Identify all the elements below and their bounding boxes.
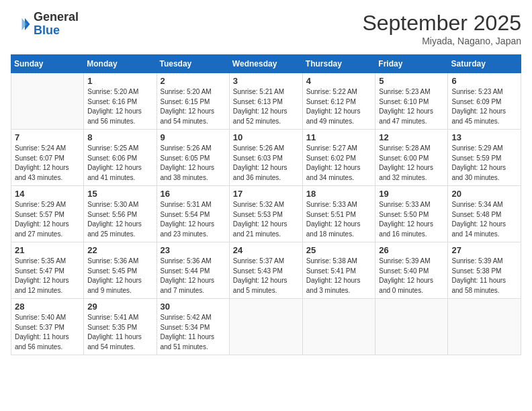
logo-icon: [11, 14, 31, 34]
day-cell: 18Sunrise: 5:33 AM Sunset: 5:51 PM Dayli…: [302, 186, 375, 242]
day-cell: 2Sunrise: 5:20 AM Sunset: 6:15 PM Daylig…: [157, 73, 229, 130]
day-info: Sunrise: 5:41 AM Sunset: 5:35 PM Dayligh…: [87, 313, 152, 352]
day-info: Sunrise: 5:27 AM Sunset: 6:02 PM Dayligh…: [306, 144, 372, 183]
day-cell: 16Sunrise: 5:31 AM Sunset: 5:54 PM Dayli…: [157, 186, 229, 242]
day-number: 3: [233, 76, 299, 86]
month-title: September 2025: [362, 11, 521, 36]
col-header-friday: Friday: [375, 55, 448, 73]
day-cell: 11Sunrise: 5:27 AM Sunset: 6:02 PM Dayli…: [302, 130, 375, 186]
day-info: Sunrise: 5:39 AM Sunset: 5:40 PM Dayligh…: [379, 257, 444, 295]
day-cell: [229, 299, 302, 355]
day-info: Sunrise: 5:34 AM Sunset: 5:48 PM Dayligh…: [451, 200, 517, 239]
day-cell: 20Sunrise: 5:34 AM Sunset: 5:48 PM Dayli…: [448, 186, 521, 242]
day-number: 12: [379, 132, 444, 142]
day-info: Sunrise: 5:29 AM Sunset: 5:59 PM Dayligh…: [451, 144, 517, 183]
day-number: 17: [233, 189, 299, 199]
day-info: Sunrise: 5:23 AM Sunset: 6:09 PM Dayligh…: [451, 87, 517, 126]
col-header-wednesday: Wednesday: [229, 55, 302, 73]
day-cell: 15Sunrise: 5:30 AM Sunset: 5:56 PM Dayli…: [84, 186, 157, 242]
day-number: 13: [451, 132, 517, 142]
col-header-sunday: Sunday: [11, 55, 84, 73]
day-cell: 14Sunrise: 5:29 AM Sunset: 5:57 PM Dayli…: [11, 186, 84, 242]
day-info: Sunrise: 5:24 AM Sunset: 6:07 PM Dayligh…: [15, 144, 80, 183]
day-number: 22: [87, 245, 152, 255]
day-info: Sunrise: 5:31 AM Sunset: 5:54 PM Dayligh…: [161, 200, 226, 239]
location-subtitle: Miyada, Nagano, Japan: [362, 36, 521, 46]
day-number: 28: [15, 302, 80, 312]
day-info: Sunrise: 5:30 AM Sunset: 5:56 PM Dayligh…: [87, 200, 152, 239]
day-info: Sunrise: 5:36 AM Sunset: 5:45 PM Dayligh…: [87, 257, 152, 295]
day-number: 24: [233, 245, 299, 255]
day-cell: [11, 73, 84, 130]
day-number: 5: [379, 76, 444, 86]
day-info: Sunrise: 5:42 AM Sunset: 5:34 PM Dayligh…: [161, 313, 226, 352]
day-info: Sunrise: 5:26 AM Sunset: 6:03 PM Dayligh…: [233, 144, 299, 183]
day-cell: 8Sunrise: 5:25 AM Sunset: 6:06 PM Daylig…: [84, 130, 157, 186]
day-number: 8: [87, 132, 152, 142]
day-cell: 3Sunrise: 5:21 AM Sunset: 6:13 PM Daylig…: [229, 73, 302, 130]
day-info: Sunrise: 5:28 AM Sunset: 6:00 PM Dayligh…: [379, 144, 444, 183]
day-number: 2: [161, 76, 226, 86]
day-cell: 19Sunrise: 5:33 AM Sunset: 5:50 PM Dayli…: [375, 186, 448, 242]
day-number: 21: [15, 245, 80, 255]
day-number: 29: [87, 302, 152, 312]
week-row-5: 28Sunrise: 5:40 AM Sunset: 5:37 PM Dayli…: [11, 299, 521, 355]
day-cell: 12Sunrise: 5:28 AM Sunset: 6:00 PM Dayli…: [375, 130, 448, 186]
day-info: Sunrise: 5:25 AM Sunset: 6:06 PM Dayligh…: [87, 144, 152, 183]
week-row-4: 21Sunrise: 5:35 AM Sunset: 5:47 PM Dayli…: [11, 242, 521, 299]
day-number: 6: [451, 76, 517, 86]
day-cell: 17Sunrise: 5:32 AM Sunset: 5:53 PM Dayli…: [229, 186, 302, 242]
day-info: Sunrise: 5:32 AM Sunset: 5:53 PM Dayligh…: [233, 200, 299, 239]
day-info: Sunrise: 5:20 AM Sunset: 6:16 PM Dayligh…: [87, 87, 152, 126]
day-cell: [448, 299, 521, 355]
day-cell: [302, 299, 375, 355]
logo-blue-text: Blue: [34, 24, 60, 37]
day-info: Sunrise: 5:20 AM Sunset: 6:15 PM Dayligh…: [161, 87, 226, 126]
logo-general-text: General: [34, 10, 79, 24]
day-info: Sunrise: 5:37 AM Sunset: 5:43 PM Dayligh…: [233, 257, 299, 295]
day-number: 16: [161, 189, 226, 199]
day-cell: 28Sunrise: 5:40 AM Sunset: 5:37 PM Dayli…: [11, 299, 84, 355]
day-info: Sunrise: 5:38 AM Sunset: 5:41 PM Dayligh…: [306, 257, 372, 295]
day-cell: 5Sunrise: 5:23 AM Sunset: 6:10 PM Daylig…: [375, 73, 448, 130]
title-block: September 2025 Miyada, Nagano, Japan: [362, 11, 521, 46]
day-info: Sunrise: 5:21 AM Sunset: 6:13 PM Dayligh…: [233, 87, 299, 126]
day-info: Sunrise: 5:33 AM Sunset: 5:50 PM Dayligh…: [379, 200, 444, 239]
day-info: Sunrise: 5:35 AM Sunset: 5:47 PM Dayligh…: [15, 257, 80, 295]
day-info: Sunrise: 5:26 AM Sunset: 6:05 PM Dayligh…: [161, 144, 226, 183]
day-cell: 29Sunrise: 5:41 AM Sunset: 5:35 PM Dayli…: [84, 299, 157, 355]
day-number: 18: [306, 189, 372, 199]
week-row-3: 14Sunrise: 5:29 AM Sunset: 5:57 PM Dayli…: [11, 186, 521, 242]
day-number: 23: [161, 245, 226, 255]
day-number: 27: [451, 245, 517, 255]
day-cell: 24Sunrise: 5:37 AM Sunset: 5:43 PM Dayli…: [229, 242, 302, 299]
day-number: 30: [161, 302, 226, 312]
day-info: Sunrise: 5:29 AM Sunset: 5:57 PM Dayligh…: [15, 200, 80, 239]
day-number: 7: [15, 132, 80, 142]
day-cell: 1Sunrise: 5:20 AM Sunset: 6:16 PM Daylig…: [84, 73, 157, 130]
page-header: General Blue September 2025 Miyada, Naga…: [11, 11, 521, 46]
day-number: 20: [451, 189, 517, 199]
col-header-saturday: Saturday: [448, 55, 521, 73]
day-info: Sunrise: 5:22 AM Sunset: 6:12 PM Dayligh…: [306, 87, 372, 126]
day-cell: 6Sunrise: 5:23 AM Sunset: 6:09 PM Daylig…: [448, 73, 521, 130]
day-number: 25: [306, 245, 372, 255]
day-cell: 13Sunrise: 5:29 AM Sunset: 5:59 PM Dayli…: [448, 130, 521, 186]
calendar-table: SundayMondayTuesdayWednesdayThursdayFrid…: [11, 54, 521, 355]
day-cell: 9Sunrise: 5:26 AM Sunset: 6:05 PM Daylig…: [157, 130, 229, 186]
day-info: Sunrise: 5:39 AM Sunset: 5:38 PM Dayligh…: [451, 257, 517, 295]
day-cell: 30Sunrise: 5:42 AM Sunset: 5:34 PM Dayli…: [157, 299, 229, 355]
day-number: 1: [87, 76, 152, 86]
day-cell: 26Sunrise: 5:39 AM Sunset: 5:40 PM Dayli…: [375, 242, 448, 299]
day-number: 14: [15, 189, 80, 199]
day-number: 4: [306, 76, 372, 86]
day-cell: [375, 299, 448, 355]
col-header-tuesday: Tuesday: [157, 55, 229, 73]
day-cell: 21Sunrise: 5:35 AM Sunset: 5:47 PM Dayli…: [11, 242, 84, 299]
calendar-header-row: SundayMondayTuesdayWednesdayThursdayFrid…: [11, 55, 521, 73]
day-info: Sunrise: 5:36 AM Sunset: 5:44 PM Dayligh…: [161, 257, 226, 295]
day-cell: 10Sunrise: 5:26 AM Sunset: 6:03 PM Dayli…: [229, 130, 302, 186]
day-cell: 23Sunrise: 5:36 AM Sunset: 5:44 PM Dayli…: [157, 242, 229, 299]
day-number: 9: [161, 132, 226, 142]
day-number: 15: [87, 189, 152, 199]
